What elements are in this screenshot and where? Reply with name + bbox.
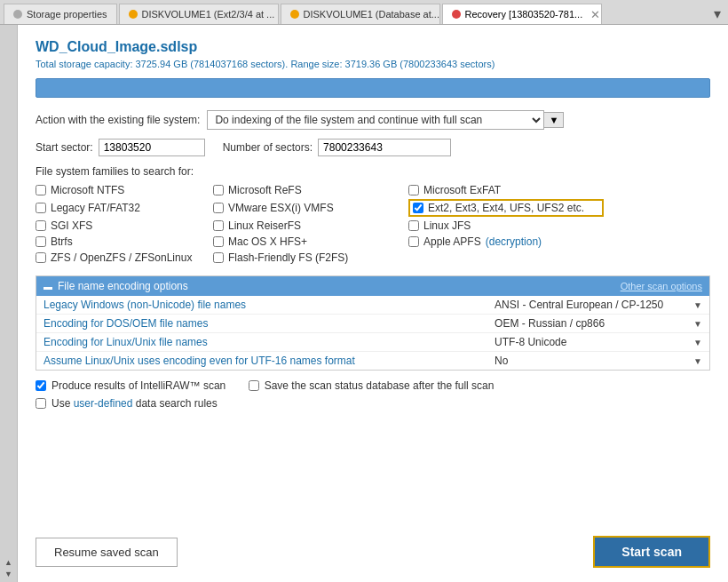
encoding-row-2: Encoding for Linux/Unix file names UTF-8… [36,333,709,352]
fs-refs: Microsoft ReFS [213,183,408,197]
fs-sgixfs: SGI XFS [36,219,213,233]
encoding-arrow-3[interactable]: ▼ [690,356,702,366]
fs-ntfs-checkbox[interactable] [36,185,46,195]
fs-exfat-checkbox[interactable] [408,185,419,195]
resume-saved-scan-button[interactable]: Resume saved scan [36,538,178,567]
fs-ext-checkbox[interactable] [413,203,423,213]
fs-families-label: File system families to search for: [36,165,710,178]
fs-ntfs-label: Microsoft NTFS [51,184,124,196]
fs-zfs: ZFS / OpenZFS / ZFSonLinux [36,251,213,265]
user-defined-label: Use user-defined data search rules [51,397,218,410]
encoding-label-3: Assume Linux/Unix uses encoding even for… [44,355,495,367]
intelliraw-checkbox[interactable] [36,380,46,391]
close-tab-button[interactable]: ✕ [590,8,600,21]
encoding-header: ▬ File name encoding options Other scan … [36,276,709,296]
tab-label-db: DISKVOLUME1 (Database at... [304,9,439,20]
storage-info: Total storage capacity: 3725.94 GB (7814… [36,59,710,69]
encoding-label-1: Encoding for DOS/OEM file names [44,317,495,330]
fs-btrfs-checkbox[interactable] [36,236,46,247]
fs-refs-label: Microsoft ReFS [228,184,302,196]
encoding-value-3: No [495,355,690,367]
fs-reiserfs-label: Linux ReiserFS [228,219,301,232]
fs-hfsplus-checkbox[interactable] [213,236,224,247]
encoding-arrow-2[interactable]: ▼ [690,338,702,347]
tab-overflow-button[interactable]: ▾ [707,4,728,24]
fs-vmware-checkbox[interactable] [213,203,224,213]
fs-ext: Ext2, Ext3, Ext4, UFS, UFS2 etc. [408,199,604,217]
progress-bar [36,78,710,98]
fs-btrfs-label: Btrfs [51,235,73,248]
fs-reiserfs-checkbox[interactable] [213,220,224,231]
fs-zfs-checkbox[interactable] [36,252,46,263]
user-defined-option-row: Use user-defined data search rules [36,397,710,410]
fs-apfs-link[interactable]: (decryption) [486,235,542,248]
tab-storage-props[interactable]: Storage properties [4,4,117,24]
tab-diskvolume1-db[interactable]: DISKVOLUME1 (Database at... [281,4,440,24]
num-sectors-label: Number of sectors: [223,141,313,154]
storage-info-link: 3719.36 GB (7800233643 sectors) [345,59,495,69]
storage-info-prefix: Total storage capacity: 3725.94 GB (7814… [36,59,345,69]
save-status-label: Save the scan status database after the … [265,379,495,392]
encoding-arrow-0[interactable]: ▼ [690,300,702,310]
encoding-value-2: UTF-8 Unicode [495,336,690,348]
fs-exfat-label: Microsoft ExFAT [423,184,501,196]
fs-apfs-label: Apple APFS [423,235,481,248]
action-select[interactable]: Do indexing of the file system and conti… [207,110,544,130]
fs-hfsplus-label: Mac OS X HFS+ [228,235,307,248]
main-area: ▲ ▼ WD_Cloud_Image.sdlsp Total storage c… [0,25,728,582]
encoding-label-0: Legacy Windows (non-Unicode) file names [44,299,495,311]
num-sectors-field: Number of sectors: 7800233643 [223,139,451,156]
fs-ext-label: Ext2, Ext3, Ext4, UFS, UFS2 etc. [428,202,584,214]
fs-fat32-label: Legacy FAT/FAT32 [51,202,140,214]
fs-hfsplus: Mac OS X HFS+ [213,235,408,249]
action-select-arrow[interactable]: ▼ [544,112,564,128]
fs-jfs-checkbox[interactable] [408,220,419,231]
fs-sgixfs-checkbox[interactable] [36,220,46,231]
fs-refs-checkbox[interactable] [213,185,224,195]
encoding-arrow-1[interactable]: ▼ [690,319,702,329]
tab-bar: Storage properties DISKVOLUME1 (Ext2/3/4… [0,0,728,25]
user-defined-checkbox[interactable] [36,398,46,409]
encoding-header-title: File name encoding options [58,280,188,292]
start-sector-input[interactable]: 13803520 [99,139,205,156]
tab-label-ext: DISKVOLUME1 (Ext2/3/4 at ... [142,9,275,20]
encoding-label-2: Encoding for Linux/Unix file names [44,336,495,348]
scroll-down-button[interactable]: ▼ [4,570,12,578]
user-defined-link[interactable]: user-defined [74,397,133,410]
fs-zfs-label: ZFS / OpenZFS / ZFSonLinux [51,251,192,264]
start-sector-label: Start sector: [36,141,93,154]
fs-jfs-label: Linux JFS [423,219,471,232]
tab-recovery[interactable]: Recovery [13803520-781... ✕ [442,4,602,24]
fs-exfat: Microsoft ExFAT [408,183,604,197]
tab-diskvolume1-ext[interactable]: DISKVOLUME1 (Ext2/3/4 at ... [119,4,279,24]
other-scan-options-link[interactable]: Other scan options [621,281,702,291]
scroll-up-button[interactable]: ▲ [4,558,12,567]
file-title: WD_Cloud_Image.sdlsp [36,39,710,55]
tab-icon-ext [129,10,138,19]
num-sectors-input[interactable]: 7800233643 [318,139,451,156]
tab-label-storage: Storage properties [27,9,107,20]
fs-apfs-checkbox[interactable] [408,236,419,247]
fs-btrfs: Btrfs [36,235,213,249]
encoding-collapse-icon[interactable]: ▬ [44,282,52,291]
fs-apfs: Apple APFS (decryption) [408,235,604,249]
action-label: Action with the existing file system: [36,114,200,126]
start-scan-button[interactable]: Start scan [593,536,710,568]
encoding-row-3: Assume Linux/Unix uses encoding even for… [36,352,709,370]
encoding-value-1: OEM - Russian / cp866 [495,317,690,330]
action-row: Action with the existing file system: Do… [36,110,710,130]
fs-fat32-checkbox[interactable] [36,203,46,213]
content-panel: WD_Cloud_Image.sdlsp Total storage capac… [18,25,728,582]
fs-f2fs: Flash-Friendly FS (F2FS) [213,251,408,265]
save-status-checkbox[interactable] [249,380,259,391]
fs-jfs: Linux JFS [408,219,604,233]
fs-f2fs-checkbox[interactable] [213,252,224,263]
encoding-header-left: ▬ File name encoding options [44,280,188,292]
fs-fat32: Legacy FAT/FAT32 [36,199,213,217]
encoding-section: ▬ File name encoding options Other scan … [36,275,710,371]
fs-vmware-label: VMware ESX(i) VMFS [228,202,334,214]
encoding-row-1: Encoding for DOS/OEM file names OEM - Ru… [36,315,709,333]
side-nav: ▲ ▼ [0,25,18,582]
sector-row: Start sector: 13803520 Number of sectors… [36,139,710,156]
encoding-row-0: Legacy Windows (non-Unicode) file names … [36,296,709,315]
